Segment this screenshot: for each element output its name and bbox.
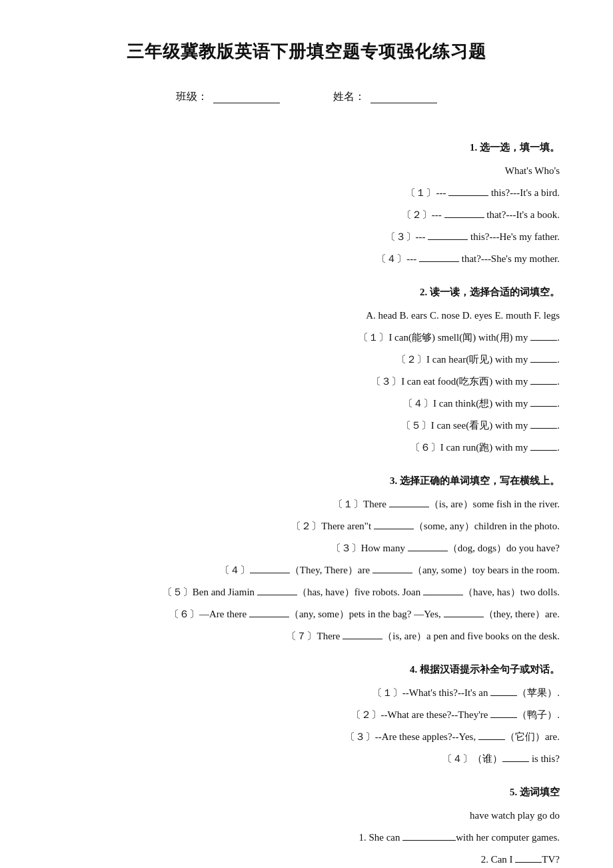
s3-blank7 [342,639,382,639]
s1-blank2 [444,217,484,218]
s1-blank1 [448,195,488,196]
student-info: 班级： 姓名： [53,90,560,104]
section-3: 3. 选择正确的单词填空，写在横线上。 〔１〕There （is, are）so… [53,471,560,647]
page-title: 三年级冀教版英语下册填空题专项强化练习题 [53,40,560,63]
s3-blank4a [250,573,290,573]
section-4: 4. 根据汉语提示补全句子或对话。 〔１〕--What's this?--It'… [53,659,560,770]
section-1: 1. 选一选，填一填。 What's Who's 〔１〕--- this?---… [53,137,560,270]
section2-options: A. head B. ears C. nose D. eyes E. mouth… [53,305,560,327]
section1-q3: 〔３〕--- this?---He's my father. [53,226,560,248]
section-2: 2. 读一读，选择合适的词填空。 A. head B. ears C. nose… [53,282,560,459]
s3-blank1 [389,507,429,507]
s2-blank3 [530,384,557,385]
s3-q2: 〔２〕There aren"t （some, any）children in t… [53,515,560,537]
s5-blank2 [515,862,542,863]
s3-blank2 [374,529,414,529]
s4-blank3 [478,739,505,740]
s3-q4: 〔４〕（They, There）are （any, some）toy bears… [53,559,560,581]
s2-blank2 [530,362,557,363]
s3-blank5a [257,595,297,595]
s4-q3: 〔３〕--Are these apples?--Yes, （它们）are. [53,726,560,748]
s4-q4: 〔４〕（谁） is this? [53,748,560,770]
s5-q1: 1. She can with her computer games. [53,827,560,849]
s3-q1: 〔１〕There （is, are）some fish in the river… [53,493,560,515]
class-label: 班级： [176,90,280,104]
s3-blank4b [372,573,412,573]
s3-q5: 〔５〕Ben and Jiamin （has, have）five robots… [53,581,560,603]
s5-blank1 [402,840,456,841]
section1-q4: 〔４〕--- that?---She's my mother. [53,248,560,270]
section-5: 5. 选词填空 have watch play go do 1. She can… [53,782,560,868]
s3-blank6b [444,617,484,617]
section5-options: have watch play go do [53,805,560,827]
s3-blank6a [249,617,289,617]
s3-blank3 [408,551,448,551]
s2-blank5 [530,428,557,429]
section3-title: 3. 选择正确的单词填空，写在横线上。 [53,471,560,491]
s2-q2: 〔２〕I can hear(听见) with my . [53,349,560,371]
name-label: 姓名： [333,90,437,104]
s2-q6: 〔６〕I can run(跑) with my . [53,437,560,459]
section1-options: What's Who's [53,160,560,182]
s5-q2: 2. Can I TV? [53,849,560,868]
section1-q2: 〔２〕--- that?---It's a book. [53,204,560,226]
s1-blank4 [419,261,459,262]
s3-q6: 〔６〕—Are there （any, some）pets in the bag… [53,603,560,625]
s2-q1: 〔１〕I can(能够) smell(闻) with(用) my . [53,327,560,349]
name-underline [370,91,437,103]
section5-title: 5. 选词填空 [53,782,560,802]
s4-blank2 [490,717,517,718]
section2-title: 2. 读一读，选择合适的词填空。 [53,282,560,302]
s2-blank6 [530,450,557,451]
s3-blank5b [423,595,463,595]
s3-q3: 〔３〕How many （dog, dogs）do you have? [53,537,560,559]
s3-q7: 〔７〕There （is, are）a pen and five books o… [53,625,560,647]
s2-q4: 〔４〕I can think(想) with my . [53,393,560,415]
s2-q5: 〔５〕I can see(看见) with my . [53,415,560,437]
s2-blank1 [530,340,557,341]
section1-title: 1. 选一选，填一填。 [53,137,560,157]
s4-q1: 〔１〕--What's this?--It's an （苹果）. [53,682,560,704]
s2-q3: 〔３〕I can eat food(吃东西) with my . [53,371,560,393]
s4-blank4 [502,761,529,762]
s4-blank1 [490,695,517,696]
s2-blank4 [530,406,557,407]
s1-blank3 [428,239,468,240]
s4-q2: 〔２〕--What are these?--They're （鸭子）. [53,704,560,726]
class-underline [213,91,280,103]
section4-title: 4. 根据汉语提示补全句子或对话。 [53,659,560,679]
section1-q1: 〔１〕--- this?---It's a bird. [53,182,560,204]
